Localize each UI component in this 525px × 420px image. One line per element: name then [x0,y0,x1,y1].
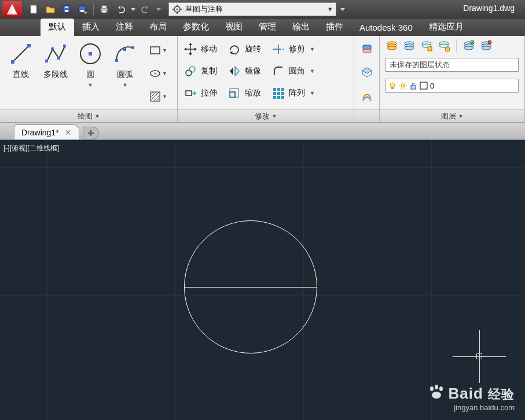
svg-point-94 [435,385,438,389]
tab-parametric[interactable]: 参数化 [175,19,217,36]
chevron-down-icon: ▼ [310,90,315,96]
tab-output[interactable]: 输出 [284,19,318,36]
panel-layers-title[interactable]: 图层▼ [380,109,524,122]
svg-line-31 [150,92,153,95]
undo-dropdown-icon[interactable] [129,2,137,16]
explode-button[interactable] [358,64,376,81]
scale-button[interactable]: 缩放 [227,83,261,103]
svg-rect-89 [411,86,416,89]
tab-default[interactable]: 默认 [41,19,74,36]
erase-button[interactable] [358,40,376,58]
tab-insert[interactable]: 插入 [74,19,108,36]
svg-rect-48 [277,88,280,91]
redo-icon[interactable] [138,2,153,16]
layer-off-button[interactable] [403,39,416,52]
svg-point-42 [189,67,195,72]
panel-draw-title[interactable]: 绘图▼ [0,109,177,122]
ellipse-icon [149,68,161,79]
tab-annotate[interactable]: 注释 [108,19,141,36]
svg-rect-53 [273,96,276,99]
workspace-label: 草图与注释 [185,4,223,14]
svg-line-35 [156,98,160,101]
line-button[interactable]: 直线 [5,39,37,108]
gridline [47,140,48,420]
drawing-canvas[interactable]: [-][俯视][二维线框] Baid 经验 jingyan.baidu.com [0,140,525,420]
save-icon[interactable] [59,2,74,16]
drawn-line[interactable] [184,287,317,288]
panel-utilities [354,36,380,122]
mirror-button[interactable]: 镜像 [227,61,261,81]
svg-point-60 [387,46,396,50]
layer-freeze-button[interactable] [420,39,433,52]
eraser-icon [361,43,373,56]
svg-rect-25 [123,48,126,51]
close-icon[interactable]: ✕ [65,128,72,137]
separator [93,3,94,15]
chevron-down-icon: ▼ [310,68,315,74]
svg-point-10 [177,8,178,10]
undo-icon[interactable] [113,2,128,16]
tab-addins[interactable]: 插件 [318,19,351,36]
layer-properties-button[interactable] [386,39,398,52]
fillet-button[interactable]: 圆角 ▼ [271,61,315,81]
layer-lock-button[interactable] [438,39,450,52]
arc-button[interactable]: 圆弧 ▼ [109,39,141,108]
viewport-label[interactable]: [-][俯视][二维线框] [3,143,59,153]
paw-icon [428,385,445,400]
svg-rect-24 [115,59,118,62]
qat-dropdown-icon[interactable] [339,2,347,16]
gridline [175,140,176,420]
move-button[interactable]: 移动 [183,39,217,59]
hatch-icon [149,91,161,102]
layer-isolate-button[interactable] [462,39,475,52]
svg-line-88 [405,83,406,84]
rotate-button[interactable]: 旋转 [227,39,261,59]
tab-featured[interactable]: 精选应月 [421,19,472,36]
print-icon[interactable] [97,2,112,16]
tab-autodesk360[interactable]: Autodesk 360 [351,20,421,36]
circle-button[interactable]: 圆 ▼ [74,39,107,108]
panel-utilities-title [354,109,379,122]
rectangle-button[interactable]: ▼ [147,42,172,59]
stretch-button[interactable]: 拉伸 [183,83,217,103]
panel-draw: 直线 多段线 圆 ▼ 圆弧 ▼ ▼ ▼ [0,36,178,122]
svg-rect-50 [273,92,276,95]
document-tab-active[interactable]: Drawing1* ✕ [14,124,79,139]
polyline-button[interactable]: 多段线 [39,39,72,108]
rectangle-icon [149,45,161,56]
svg-rect-90 [420,82,427,89]
panel-modify: 移动 旋转 修剪 ▼ 复制 镜像 [178,36,354,122]
mirror-icon [227,64,241,78]
ellipse-button[interactable]: ▼ [147,65,172,82]
line-icon [9,42,33,66]
redo-dropdown-icon[interactable] [155,2,163,16]
app-menu-button[interactable] [2,1,22,17]
svg-point-96 [432,392,441,399]
workspace-selector[interactable]: 草图与注释 ▾ [168,2,336,16]
tab-manage[interactable]: 管理 [251,19,284,36]
tab-view[interactable]: 视图 [217,19,251,36]
copy-button[interactable]: 复制 [183,61,217,81]
polyline-label: 多段线 [43,69,68,80]
tab-layout[interactable]: 布局 [141,19,175,36]
open-file-icon[interactable] [43,2,58,16]
svg-rect-3 [65,6,68,8]
circle-label: 圆 [86,69,94,80]
layer-current-selector[interactable]: 0 [386,79,519,93]
svg-rect-47 [273,88,276,91]
svg-point-73 [471,40,474,44]
layer-unisolate-button[interactable] [480,39,493,52]
offset-button[interactable] [358,87,376,104]
trim-button[interactable]: 修剪 ▼ [271,39,315,59]
save-as-icon[interactable] [75,2,90,16]
layer-state-selector[interactable]: 未保存的图层状态 [386,58,519,72]
array-button[interactable]: 阵列 ▼ [271,83,315,103]
panel-modify-title[interactable]: 修改▼ [178,109,354,122]
array-icon [271,86,285,100]
svg-point-77 [488,40,491,44]
hatch-button[interactable]: ▼ [147,88,172,105]
svg-point-78 [390,83,395,87]
crosshair-pickbox [476,353,482,359]
new-file-icon[interactable] [27,2,42,16]
new-tab-button[interactable] [83,127,99,139]
